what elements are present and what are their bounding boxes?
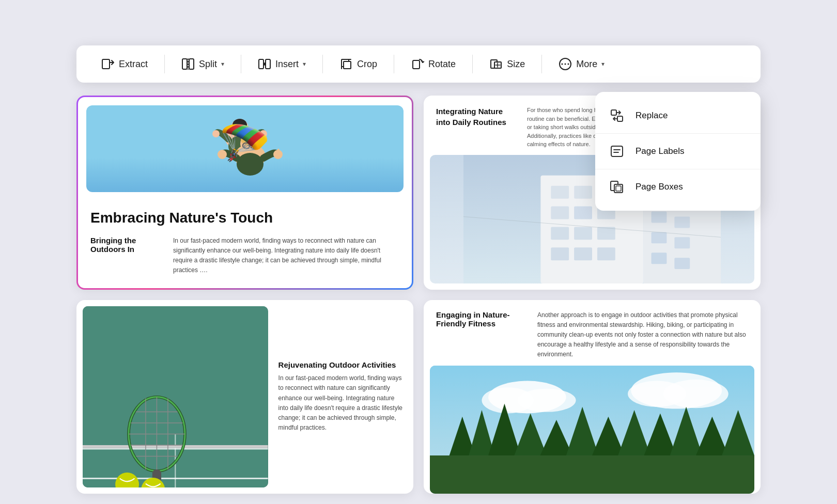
svg-rect-50 <box>652 232 667 243</box>
svg-point-12 <box>562 64 563 65</box>
replace-label: Replace <box>636 111 668 121</box>
svg-rect-36 <box>574 185 592 198</box>
toolbar-item-rotate[interactable]: Rotate <box>402 52 464 76</box>
card-top-left-section-title: Bringing the Outdoors In <box>90 236 163 254</box>
insert-label: Insert <box>275 59 299 70</box>
page-labels-label: Page Labels <box>636 146 685 156</box>
crop-icon <box>339 57 353 71</box>
insert-chevron: ▾ <box>303 60 306 68</box>
split-icon <box>181 57 195 71</box>
toolbar-item-split[interactable]: Split ▾ <box>173 52 233 76</box>
svg-rect-96 <box>617 116 623 121</box>
divider-4 <box>394 55 394 73</box>
extract-label: Extract <box>119 59 148 70</box>
svg-rect-82 <box>430 455 754 494</box>
svg-rect-35 <box>551 185 569 198</box>
divider-6 <box>541 55 542 73</box>
card-top-left: Embracing Nature's Touch Bringing the Ou… <box>76 96 413 290</box>
extract-icon <box>101 57 115 71</box>
card-bottom-right-text: Another approach is to engage in outdoor… <box>537 310 748 360</box>
card-bottom-left-content: Rejuvenating Outdoor Activities In our f… <box>274 300 413 494</box>
more-icon <box>559 57 572 71</box>
svg-point-21 <box>260 130 267 137</box>
card-top-right-title: Integrating Nature into Daily Routines <box>436 106 519 128</box>
card-bottom-right-title: Engaging in Nature-Friendly Fitness <box>436 310 529 328</box>
sky-trees-image-container <box>430 366 754 494</box>
svg-rect-8 <box>413 60 420 69</box>
tennis-image-container <box>83 306 268 488</box>
page-boxes-label: Page Boxes <box>636 182 683 192</box>
svg-rect-38 <box>551 206 569 219</box>
svg-point-27 <box>241 135 259 145</box>
svg-rect-46 <box>597 247 615 260</box>
more-label: More <box>576 59 597 70</box>
dropdown-item-page-labels[interactable]: Page Labels <box>595 134 761 169</box>
card-bottom-right-title-block: Engaging in Nature-Friendly Fitness <box>436 310 529 360</box>
svg-point-22 <box>235 144 266 169</box>
svg-point-15 <box>225 127 254 150</box>
svg-rect-44 <box>551 247 569 260</box>
svg-rect-7 <box>344 61 351 69</box>
svg-point-17 <box>233 119 247 131</box>
svg-rect-51 <box>652 253 667 264</box>
split-label: Split <box>199 59 217 70</box>
svg-rect-4 <box>259 59 264 69</box>
svg-rect-49 <box>652 211 667 223</box>
toolbar: Extract Split ▾ Insert ▾ <box>76 45 761 83</box>
card-top-left-body: Embracing Nature's Touch Bringing the Ou… <box>78 200 412 288</box>
tennis-photo <box>83 306 268 488</box>
skydive-photo <box>86 105 404 192</box>
svg-rect-43 <box>597 227 615 240</box>
divider-1 <box>164 55 165 73</box>
size-icon <box>489 57 503 71</box>
svg-point-29 <box>218 150 227 159</box>
svg-rect-39 <box>574 206 592 219</box>
replace-icon <box>608 106 626 125</box>
card-top-left-title: Embracing Nature's Touch <box>90 209 399 227</box>
toolbar-item-size[interactable]: Size <box>481 52 533 76</box>
svg-point-78 <box>518 389 576 412</box>
svg-rect-53 <box>674 216 690 228</box>
svg-rect-25 <box>251 145 256 149</box>
svg-point-14 <box>568 64 569 65</box>
svg-rect-61 <box>83 445 268 448</box>
card-bottom-left: Rejuvenating Outdoor Activities In our f… <box>76 300 413 494</box>
svg-point-20 <box>212 130 220 137</box>
toolbar-item-extract[interactable]: Extract <box>93 52 156 76</box>
svg-point-28 <box>237 153 264 176</box>
size-label: Size <box>507 59 525 70</box>
card-bottom-left-title: Rejuvenating Outdoor Activities <box>278 360 403 369</box>
svg-point-81 <box>663 380 729 408</box>
svg-rect-54 <box>674 237 690 248</box>
svg-rect-97 <box>611 146 623 156</box>
toolbar-item-more[interactable]: More ▾ <box>550 52 613 76</box>
toolbar-item-insert[interactable]: Insert ▾ <box>250 52 314 76</box>
toolbar-item-crop[interactable]: Crop <box>331 52 385 76</box>
page-labels-icon <box>608 142 626 161</box>
svg-rect-0 <box>102 59 110 69</box>
dropdown-item-replace[interactable]: Replace <box>595 98 761 133</box>
card-bottom-right: Engaging in Nature-Friendly Fitness Anot… <box>424 300 761 494</box>
crop-label: Crop <box>357 59 377 70</box>
divider-5 <box>472 55 473 73</box>
svg-rect-32 <box>251 143 257 148</box>
svg-rect-24 <box>244 145 250 149</box>
svg-rect-2 <box>189 59 194 69</box>
divider-2 <box>241 55 241 73</box>
svg-rect-1 <box>182 59 187 69</box>
svg-rect-5 <box>266 59 270 69</box>
svg-rect-41 <box>551 227 569 240</box>
insert-icon <box>258 57 271 71</box>
svg-rect-45 <box>574 247 592 260</box>
svg-point-16 <box>231 119 248 135</box>
rotate-label: Rotate <box>428 59 456 70</box>
split-chevron: ▾ <box>221 60 224 68</box>
card-bottom-right-header: Engaging in Nature-Friendly Fitness Anot… <box>424 300 761 360</box>
rotate-icon <box>411 57 424 71</box>
card-top-left-body-text: In our fast-paced modern world, finding … <box>173 236 399 276</box>
svg-rect-31 <box>243 143 250 148</box>
dropdown-item-page-boxes[interactable]: Page Boxes <box>595 169 761 204</box>
svg-point-19 <box>228 136 251 156</box>
svg-rect-95 <box>611 110 616 115</box>
svg-point-23 <box>240 134 260 153</box>
